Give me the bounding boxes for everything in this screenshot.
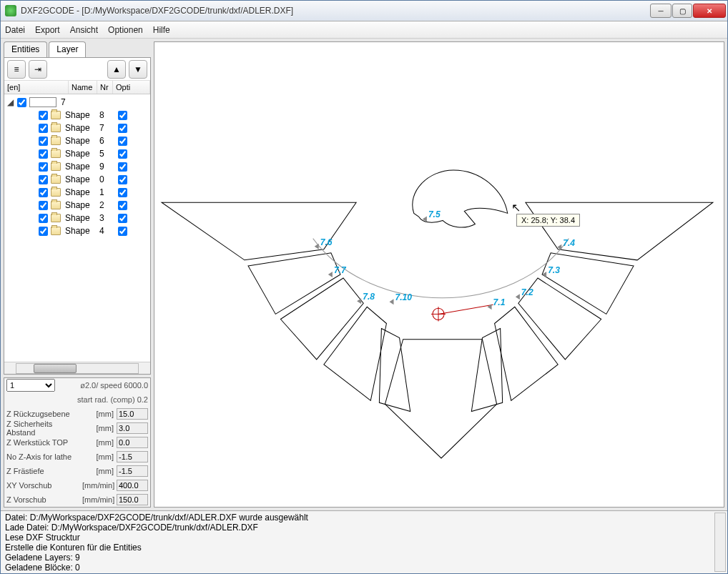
folder-icon xyxy=(51,111,61,119)
root-nr: 7 xyxy=(61,97,77,107)
param-input[interactable] xyxy=(117,437,148,448)
log-line: Lade Datei: D:/MyWorkspace/DXF2GCODE/tru… xyxy=(5,523,723,533)
param-input[interactable] xyxy=(117,408,148,420)
indent-icon[interactable]: ⇥ xyxy=(29,60,47,79)
col-enabled[interactable]: [en] xyxy=(4,81,69,94)
shape-label: 7.7 xyxy=(334,265,347,275)
tab-layer[interactable]: Layer xyxy=(49,41,86,57)
param-unit: [mm/min] xyxy=(82,481,117,490)
row-enable-checkbox[interactable] xyxy=(39,162,48,172)
param-input[interactable] xyxy=(117,422,148,434)
row-opt-checkbox[interactable] xyxy=(118,162,127,172)
tree-row[interactable]: Shape 9 xyxy=(4,160,150,173)
move-up-icon[interactable]: ▲ xyxy=(107,60,126,79)
svg-marker-12 xyxy=(516,294,520,300)
row-enable-checkbox[interactable] xyxy=(39,214,48,223)
row-name: Shape xyxy=(65,110,99,120)
row-opt-checkbox[interactable] xyxy=(118,188,127,197)
menu-export[interactable]: Export xyxy=(35,25,60,35)
tree-row[interactable]: Shape 8 xyxy=(4,109,150,122)
param-input[interactable] xyxy=(117,451,148,462)
row-opt-checkbox[interactable] xyxy=(118,227,127,236)
row-opt-checkbox[interactable] xyxy=(118,149,127,159)
root-enable-checkbox[interactable] xyxy=(17,98,26,107)
content-area: Entities Layer ≡ ⇥ ▲ ▼ [en] Name Nr Opti xyxy=(1,39,727,510)
drawing-canvas[interactable]: 7.57.67.47.77.37.87.107.17.2 ↖ X: 25.8; … xyxy=(154,41,724,508)
tree-row[interactable]: Shape 6 xyxy=(4,134,150,147)
app-icon xyxy=(5,5,16,16)
row-enable-checkbox[interactable] xyxy=(39,188,48,197)
row-nr: 1 xyxy=(99,187,115,197)
param-input[interactable] xyxy=(117,494,148,505)
row-opt-checkbox[interactable] xyxy=(118,201,127,210)
col-name[interactable]: Name xyxy=(69,81,97,94)
tree-row[interactable]: Shape 0 xyxy=(4,173,150,186)
tab-entities[interactable]: Entities xyxy=(4,41,47,57)
log-line: Geladene Blöcke: 0 xyxy=(5,563,723,573)
close-button[interactable]: ✕ xyxy=(693,4,726,18)
param-input[interactable] xyxy=(117,465,148,477)
left-panel: Entities Layer ≡ ⇥ ▲ ▼ [en] Name Nr Opti xyxy=(4,41,151,508)
maximize-button[interactable]: ▢ xyxy=(672,4,692,18)
console-scrollbar[interactable] xyxy=(714,513,726,572)
param-row: Z Rückzugsebene [mm] xyxy=(4,407,150,421)
row-enable-checkbox[interactable] xyxy=(39,137,48,146)
tree-row[interactable]: Shape 5 xyxy=(4,147,150,160)
folder-icon xyxy=(51,175,61,184)
menu-hilfe[interactable]: Hilfe xyxy=(153,25,170,35)
shape-label: 7.4 xyxy=(563,238,575,248)
svg-marker-7 xyxy=(328,272,333,277)
log-console[interactable]: Datei: D:/MyWorkspace/DXF2GCODE/trunk/dx… xyxy=(1,510,727,573)
folder-icon xyxy=(51,188,61,197)
folder-icon xyxy=(51,201,61,209)
row-enable-checkbox[interactable] xyxy=(39,111,48,120)
param-unit: [mm] xyxy=(82,410,117,418)
row-opt-checkbox[interactable] xyxy=(118,124,127,133)
title-bar[interactable]: DXF2GCODE - [D:/MyWorkspace/DXF2GCODE/tr… xyxy=(1,1,727,21)
tool-info2: start rad. (comp) 0.2 xyxy=(74,395,148,404)
param-input[interactable] xyxy=(117,480,148,491)
tree-root-row[interactable]: ◢ 7 xyxy=(4,96,150,109)
shape-label: 7.3 xyxy=(548,265,560,275)
tree-row[interactable]: Shape 4 xyxy=(4,224,150,237)
row-enable-checkbox[interactable] xyxy=(39,175,48,184)
row-enable-checkbox[interactable] xyxy=(39,201,48,210)
param-unit: [mm] xyxy=(82,467,117,475)
shape-label: 7.8 xyxy=(363,292,375,302)
row-opt-checkbox[interactable] xyxy=(118,111,127,120)
row-enable-checkbox[interactable] xyxy=(39,227,48,236)
tree-header: [en] Name Nr Opti xyxy=(4,81,150,94)
layer-panel: ≡ ⇥ ▲ ▼ [en] Name Nr Opti ◢ xyxy=(4,57,151,375)
caret-icon[interactable]: ◢ xyxy=(7,97,14,107)
col-nr[interactable]: Nr xyxy=(97,81,113,94)
tree-row[interactable]: Shape 7 xyxy=(4,122,150,134)
align-left-icon[interactable]: ≡ xyxy=(7,60,26,79)
menu-optionen[interactable]: Optionen xyxy=(108,25,143,35)
scrollbar-thumb[interactable] xyxy=(34,364,77,373)
param-row: Z Sicherheits Abstand [mm] xyxy=(4,421,150,435)
tree-row[interactable]: Shape 1 xyxy=(4,186,150,199)
row-nr: 8 xyxy=(99,110,115,120)
params-panel: 1 ø2.0/ speed 6000.0 start rad. (comp) 0… xyxy=(4,377,151,508)
param-row: No Z-Axis for lathe [mm] xyxy=(4,450,150,464)
tree-row[interactable]: Shape 2 xyxy=(4,199,150,212)
tool-select[interactable]: 1 xyxy=(6,379,55,392)
svg-marker-9 xyxy=(357,298,361,304)
row-nr: 9 xyxy=(99,162,115,172)
col-opt[interactable]: Opti xyxy=(113,81,150,94)
tree-hscroll[interactable] xyxy=(4,362,150,374)
root-name-input[interactable] xyxy=(29,97,56,107)
move-down-icon[interactable]: ▼ xyxy=(129,60,147,79)
row-enable-checkbox[interactable] xyxy=(39,149,48,159)
minimize-button[interactable]: ─ xyxy=(650,4,672,18)
row-opt-checkbox[interactable] xyxy=(118,137,127,146)
param-row: XY Vorschub [mm/min] xyxy=(4,478,150,493)
row-enable-checkbox[interactable] xyxy=(39,124,48,133)
menu-datei[interactable]: Datei xyxy=(5,25,25,35)
row-opt-checkbox[interactable] xyxy=(118,214,127,223)
tree-row[interactable]: Shape 3 xyxy=(4,212,150,224)
layer-tree[interactable]: ◢ 7 Shape 8 Shape 7 Shape 6 Shape 5 Shap… xyxy=(4,94,150,362)
folder-icon xyxy=(51,162,61,171)
row-opt-checkbox[interactable] xyxy=(118,175,127,184)
menu-ansicht[interactable]: Ansicht xyxy=(70,25,98,35)
